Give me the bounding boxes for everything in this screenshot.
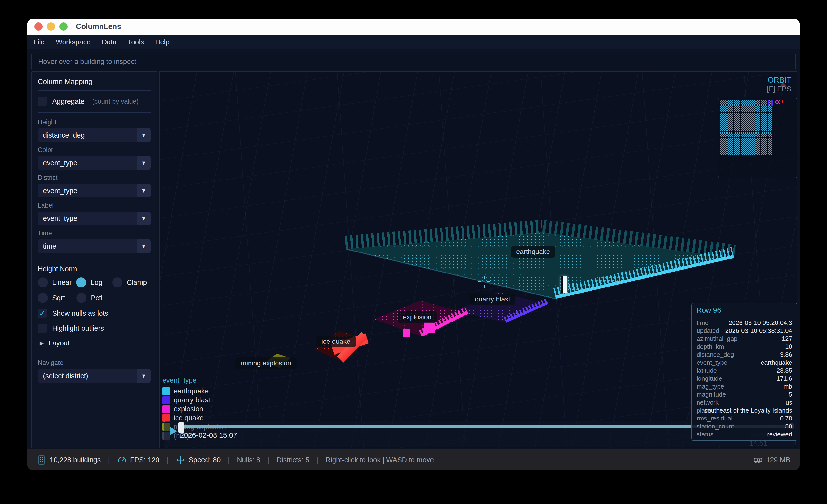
chevron-down-icon: ▼ <box>137 184 151 198</box>
legend-swatch <box>162 405 170 413</box>
radio-icon[interactable] <box>76 277 86 287</box>
memory-usage: 129 MB <box>753 455 790 465</box>
aggregate-hint: (count by value) <box>92 98 139 105</box>
district-label: District <box>38 174 151 181</box>
scene-viewport[interactable]: earthquake quarry blast explosion ice qu… <box>159 71 797 448</box>
radio-icon[interactable] <box>38 277 48 287</box>
divider <box>38 259 151 259</box>
norm-row-1: Linear Log Clamp <box>38 277 151 287</box>
hover-status-bar: Hover over a building to inspect <box>32 53 795 70</box>
height-select[interactable]: distance_deg ▼ <box>38 128 151 142</box>
norm-option-sqrt[interactable]: Sqrt <box>38 293 76 303</box>
inspector-field: event_type earthquake <box>696 358 792 366</box>
title-bar: ColumnLens <box>27 18 800 35</box>
inspector-field: time 2026-03-10 05:20:04.3 <box>696 318 792 326</box>
timeline-current-time: 2026-02-08 15:07 <box>180 431 237 439</box>
legend-swatch <box>162 396 170 404</box>
time-select[interactable]: time ▼ <box>38 239 151 253</box>
legend-swatch <box>162 414 170 422</box>
selected-building-highlight[interactable] <box>561 276 567 293</box>
navigate-select[interactable]: (select district) ▼ <box>38 369 151 383</box>
legend-item: explosion <box>162 404 226 413</box>
app-title: ColumnLens <box>76 22 121 31</box>
column-mapping-panel: Column Mapping ✓ Aggregate (count by val… <box>32 71 157 448</box>
chevron-down-icon: ▼ <box>137 156 151 170</box>
status-bar: 10,228 buildings | FPS: 120 | Speed: 80 … <box>27 449 800 470</box>
inspector-field: distance_deg 3.86 <box>696 350 792 358</box>
row-inspector-panel: Row 96 time 2026-03-10 05:20:04.3 update… <box>691 303 797 441</box>
layout-section-toggle[interactable]: ▶ Layout <box>38 339 151 347</box>
inspector-field: longitude 171.6 <box>696 374 792 382</box>
aggregate-row[interactable]: ✓ Aggregate (count by value) <box>38 97 151 106</box>
menu-tools[interactable]: Tools <box>128 38 144 46</box>
minimap[interactable] <box>718 98 797 178</box>
divider <box>38 353 151 353</box>
show-nulls-row[interactable]: ✓ Show nulls as lots <box>38 309 151 318</box>
legend-item: quarry blast <box>162 396 226 404</box>
inspector-rows: time 2026-03-10 05:20:04.3 updated 2026-… <box>692 317 797 438</box>
ram-icon <box>753 455 763 465</box>
separator: | <box>267 456 270 464</box>
district-pill-mining-explosion: mining explosion <box>236 357 297 369</box>
inspector-field: magnitude 5 <box>696 390 792 398</box>
label-select[interactable]: event_type ▼ <box>38 212 151 225</box>
fps-indicator: FPS: 120 <box>117 455 159 465</box>
highlight-outliers-row[interactable]: ✓ Highlight outliers <box>38 324 151 333</box>
norm-option-clamp[interactable]: Clamp <box>112 277 151 287</box>
district-pill-quarry-blast: quarry blast <box>470 293 516 305</box>
time-label: Time <box>38 230 151 237</box>
districts-count: Districts: 5 <box>277 456 309 464</box>
norm-option-pctl[interactable]: Pctl <box>76 293 112 303</box>
inspector-field: place southeast of the Loyalty Islands <box>696 406 792 414</box>
chevron-down-icon: ▼ <box>137 369 151 383</box>
controls-hint: Right-click to look | WASD to move <box>326 456 434 464</box>
nulls-count: Nulls: 8 <box>237 456 260 464</box>
inspector-field: station_count 50 <box>696 422 792 430</box>
inspector-field: depth_km 10 <box>696 342 792 350</box>
minimize-window-button[interactable] <box>47 22 55 31</box>
inspector-field: mag_type mb <box>696 382 792 390</box>
inspector-field: azimuthal_gap 127 <box>696 334 792 342</box>
minimap-quarry-density <box>768 100 773 106</box>
close-window-button[interactable] <box>34 22 43 31</box>
radio-icon[interactable] <box>38 293 48 303</box>
divider <box>38 112 151 113</box>
maximize-window-button[interactable] <box>59 22 67 31</box>
app-window: ColumnLens File Workspace Data Tools Hel… <box>27 18 800 470</box>
inspector-field: latitude -23.35 <box>696 366 792 374</box>
height-label: Height <box>38 118 151 126</box>
aggregate-checkbox[interactable]: ✓ <box>38 97 47 106</box>
menu-data[interactable]: Data <box>102 38 116 46</box>
norm-option-linear[interactable]: Linear <box>38 277 76 287</box>
district-pill-earthquake: earthquake <box>511 246 555 258</box>
inspector-field: network us <box>696 398 792 406</box>
highlight-outliers-checkbox[interactable]: ✓ <box>38 324 47 333</box>
chevron-down-icon: ▼ <box>137 239 151 253</box>
speed-indicator: Speed: 80 <box>176 455 221 465</box>
district-select[interactable]: event_type ▼ <box>38 184 151 198</box>
separator: | <box>167 456 168 464</box>
play-button[interactable] <box>170 427 177 436</box>
minimap-explosion-density <box>775 100 780 104</box>
separator: | <box>317 456 319 464</box>
building-icon <box>37 455 46 465</box>
radio-icon[interactable] <box>112 277 123 287</box>
panel-title: Column Mapping <box>38 77 151 91</box>
minimap-earthquake-density <box>720 100 772 155</box>
menu-help[interactable]: Help <box>155 38 169 46</box>
norm-option-log[interactable]: Log <box>76 277 112 287</box>
show-nulls-checkbox[interactable]: ✓ <box>38 309 47 318</box>
legend-title: event_type <box>162 376 226 384</box>
inspector-field: rms_residual 0.78 <box>696 414 792 422</box>
caret-right-icon: ▶ <box>40 340 44 346</box>
menu-workspace[interactable]: Workspace <box>56 38 91 46</box>
chevron-down-icon: ▼ <box>137 212 151 225</box>
camera-mode-label: ORBIT <box>768 75 791 85</box>
menu-file[interactable]: File <box>33 38 45 46</box>
navigate-label: Navigate <box>38 359 151 367</box>
color-select[interactable]: event_type ▼ <box>38 156 151 170</box>
crosshair-icon <box>478 276 490 288</box>
radio-icon[interactable] <box>76 293 87 303</box>
label-label: Label <box>38 202 151 209</box>
inspector-title: Row 96 <box>692 303 797 317</box>
